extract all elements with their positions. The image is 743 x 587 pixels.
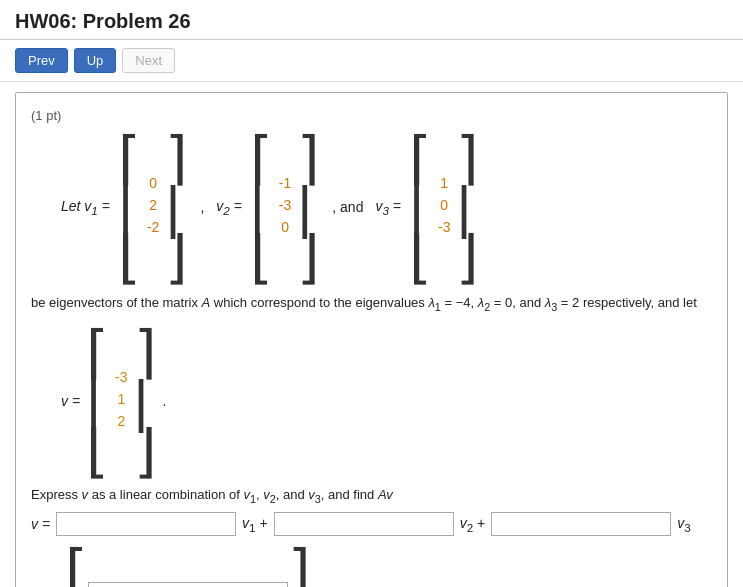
coefficient-input-row: v = v1 + v2 + v3: [31, 512, 712, 536]
v3-matrix: ⌈|⌊ 1 0 -3 ⌉|⌋: [409, 133, 479, 281]
v1-label: Let v1 =: [61, 198, 110, 217]
v1-matrix: ⌈|⌊ 0 2 -2 ⌉|⌋: [118, 133, 188, 281]
next-button: Next: [122, 48, 175, 73]
v-eq-static: v =: [31, 516, 50, 532]
up-button[interactable]: Up: [74, 48, 117, 73]
v-val-0: -3: [115, 369, 127, 389]
bracket-right-av: ⌉|⌋: [288, 546, 311, 587]
v-matrix: ⌈|⌊ -3 1 2 ⌉|⌋: [86, 327, 156, 475]
vectors-display: Let v1 = ⌈|⌊ 0 2 -2 ⌉|⌋ , v2 = ⌈|⌊ -1 -3…: [61, 133, 712, 281]
page-title: HW06: Problem 26: [0, 0, 743, 40]
v2-label: v2 =: [216, 198, 242, 217]
av-inputs: [88, 582, 288, 587]
bracket-left-2: ⌈|⌊: [250, 133, 273, 281]
bracket-left-3: ⌈|⌊: [409, 133, 432, 281]
av-row: Av = ⌈|⌊ ⌉|⌋ .: [31, 546, 712, 587]
comma-1: ,: [200, 199, 204, 215]
v2-matrix: ⌈|⌊ -1 -3 0 ⌉|⌋: [250, 133, 320, 281]
v1-values: 0 2 -2: [141, 171, 165, 243]
v2-values: -1 -3 0: [273, 171, 297, 243]
v2-val-0: -1: [279, 175, 291, 195]
bracket-right-1: ⌉|⌋: [165, 133, 188, 281]
points-label: (1 pt): [31, 108, 712, 123]
eigenvalue-description: be eigenvectors of the matrix A which co…: [31, 291, 712, 317]
v1-val-0: 0: [149, 175, 157, 195]
v-val-2: 2: [117, 413, 125, 433]
v2-val-2: 0: [281, 219, 289, 239]
v1-val-2: -2: [147, 219, 159, 239]
v2-val-1: -3: [279, 197, 291, 217]
v-vector-row: v = ⌈|⌊ -3 1 2 ⌉|⌋ .: [61, 327, 712, 475]
v3-val-2: -3: [438, 219, 450, 239]
v1-val-1: 2: [149, 197, 157, 217]
v-values: -3 1 2: [109, 365, 133, 437]
v-val-1: 1: [117, 391, 125, 411]
c2-input[interactable]: [274, 512, 454, 536]
v3-values: 1 0 -3: [432, 171, 456, 243]
navigation-bar: Prev Up Next: [0, 40, 743, 82]
v3-static-label: v3: [677, 515, 690, 534]
c1-input[interactable]: [56, 512, 236, 536]
v1-coeff-label: v1 +: [242, 515, 268, 534]
v3-val-1: 0: [440, 197, 448, 217]
v3-val-0: 1: [440, 175, 448, 195]
c3-input[interactable]: [491, 512, 671, 536]
express-instruction: Express v as a linear combination of v1,…: [31, 487, 712, 505]
bracket-left-av: ⌈|⌊: [65, 546, 88, 587]
v2-coeff-label: v2 +: [460, 515, 486, 534]
problem-container: (1 pt) Let v1 = ⌈|⌊ 0 2 -2 ⌉|⌋ , v2 = ⌈|…: [15, 92, 728, 587]
bracket-right-3: ⌉|⌋: [456, 133, 479, 281]
comma-2: , and: [332, 199, 363, 215]
prev-button[interactable]: Prev: [15, 48, 68, 73]
bracket-left-1: ⌈|⌊: [118, 133, 141, 281]
v3-label: v3 =: [375, 198, 401, 217]
period-1: .: [163, 393, 167, 409]
av-input-0[interactable]: [88, 582, 288, 587]
bracket-right-2: ⌉|⌋: [297, 133, 320, 281]
v-label: v =: [61, 393, 80, 409]
bracket-left-v: ⌈|⌊: [86, 327, 109, 475]
av-matrix-input: ⌈|⌊ ⌉|⌋: [65, 546, 311, 587]
bracket-right-v: ⌉|⌋: [134, 327, 157, 475]
